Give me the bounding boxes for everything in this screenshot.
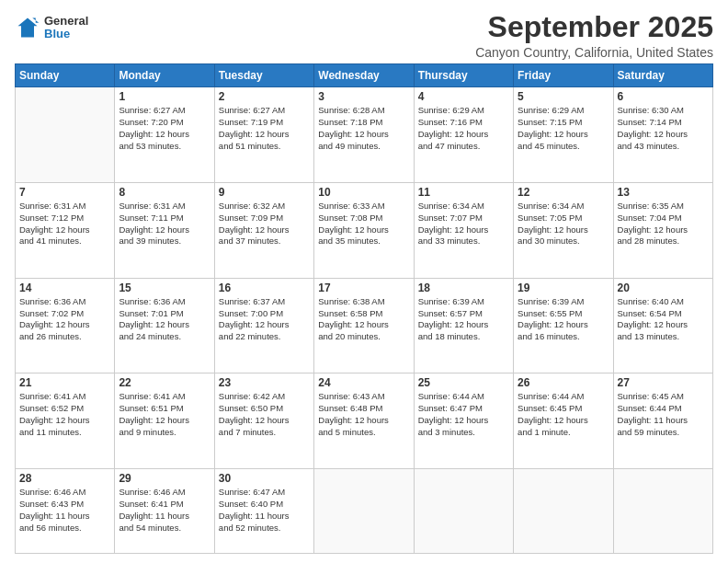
calendar-cell: 15Sunrise: 6:36 AM Sunset: 7:01 PM Dayli…: [115, 278, 214, 373]
day-info: Sunrise: 6:36 AM Sunset: 7:01 PM Dayligh…: [119, 296, 210, 343]
calendar-cell: 12Sunrise: 6:34 AM Sunset: 7:05 PM Dayli…: [514, 182, 613, 278]
day-info: Sunrise: 6:27 AM Sunset: 7:19 PM Dayligh…: [219, 105, 310, 152]
day-info: Sunrise: 6:32 AM Sunset: 7:09 PM Dayligh…: [219, 201, 310, 247]
logo-text: General Blue: [44, 15, 88, 41]
day-number: 21: [19, 376, 110, 389]
day-info: Sunrise: 6:34 AM Sunset: 7:07 PM Dayligh…: [418, 201, 509, 247]
day-number: 29: [119, 472, 210, 485]
day-number: 7: [19, 186, 110, 199]
day-number: 22: [119, 376, 210, 389]
title-block: September 2025 Canyon Country, Californi…: [475, 11, 713, 60]
day-info: Sunrise: 6:27 AM Sunset: 7:20 PM Dayligh…: [119, 105, 210, 152]
calendar-cell: 24Sunrise: 6:43 AM Sunset: 6:48 PM Dayli…: [314, 373, 414, 469]
day-number: 20: [618, 282, 709, 294]
day-info: Sunrise: 6:28 AM Sunset: 7:18 PM Dayligh…: [318, 105, 409, 152]
calendar-cell: [314, 469, 414, 554]
day-number: 3: [318, 90, 409, 103]
day-info: Sunrise: 6:43 AM Sunset: 6:48 PM Dayligh…: [318, 391, 409, 438]
day-info: Sunrise: 6:44 AM Sunset: 6:45 PM Dayligh…: [518, 391, 609, 438]
day-info: Sunrise: 6:42 AM Sunset: 6:50 PM Dayligh…: [219, 391, 310, 438]
day-info: Sunrise: 6:34 AM Sunset: 7:05 PM Dayligh…: [518, 201, 609, 247]
day-info: Sunrise: 6:39 AM Sunset: 6:57 PM Dayligh…: [418, 296, 509, 343]
calendar-cell: 27Sunrise: 6:45 AM Sunset: 6:44 PM Dayli…: [613, 373, 712, 469]
day-info: Sunrise: 6:41 AM Sunset: 6:52 PM Dayligh…: [19, 391, 110, 438]
calendar-cell: 22Sunrise: 6:41 AM Sunset: 6:51 PM Dayli…: [115, 373, 214, 469]
page: General Blue September 2025 Canyon Count…: [0, 0, 728, 563]
day-number: 10: [318, 186, 409, 199]
calendar-cell: 1Sunrise: 6:27 AM Sunset: 7:20 PM Daylig…: [115, 87, 214, 183]
day-info: Sunrise: 6:38 AM Sunset: 6:58 PM Dayligh…: [318, 296, 409, 343]
calendar-cell: [16, 87, 115, 183]
day-info: Sunrise: 6:31 AM Sunset: 7:12 PM Dayligh…: [19, 201, 110, 247]
day-number: 25: [418, 376, 509, 389]
day-number: 24: [318, 376, 409, 389]
day-info: Sunrise: 6:37 AM Sunset: 7:00 PM Dayligh…: [219, 296, 310, 343]
day-number: 26: [518, 376, 609, 389]
calendar-week-row-0: 1Sunrise: 6:27 AM Sunset: 7:20 PM Daylig…: [16, 87, 713, 183]
header-sunday: Sunday: [16, 64, 115, 87]
day-info: Sunrise: 6:31 AM Sunset: 7:11 PM Dayligh…: [119, 201, 210, 247]
header-thursday: Thursday: [414, 64, 513, 87]
calendar-cell: 20Sunrise: 6:40 AM Sunset: 6:54 PM Dayli…: [613, 278, 712, 373]
day-number: 4: [418, 90, 509, 103]
calendar-cell: [613, 469, 712, 554]
calendar-cell: 21Sunrise: 6:41 AM Sunset: 6:52 PM Dayli…: [16, 373, 115, 469]
calendar-cell: 23Sunrise: 6:42 AM Sunset: 6:50 PM Dayli…: [214, 373, 313, 469]
calendar-cell: [514, 469, 613, 554]
day-number: 16: [219, 282, 310, 294]
header-saturday: Saturday: [613, 64, 712, 87]
calendar-cell: 19Sunrise: 6:39 AM Sunset: 6:55 PM Dayli…: [514, 278, 613, 373]
calendar-cell: 29Sunrise: 6:46 AM Sunset: 6:41 PM Dayli…: [115, 469, 214, 554]
calendar-cell: 26Sunrise: 6:44 AM Sunset: 6:45 PM Dayli…: [514, 373, 613, 469]
day-info: Sunrise: 6:39 AM Sunset: 6:55 PM Dayligh…: [518, 296, 609, 343]
calendar-cell: 18Sunrise: 6:39 AM Sunset: 6:57 PM Dayli…: [414, 278, 513, 373]
header-monday: Monday: [115, 64, 214, 87]
calendar-cell: 7Sunrise: 6:31 AM Sunset: 7:12 PM Daylig…: [16, 182, 115, 278]
day-number: 1: [119, 90, 210, 103]
calendar-cell: 8Sunrise: 6:31 AM Sunset: 7:11 PM Daylig…: [115, 182, 214, 278]
day-number: 23: [219, 376, 310, 389]
location: Canyon Country, California, United State…: [475, 45, 713, 60]
day-info: Sunrise: 6:46 AM Sunset: 6:41 PM Dayligh…: [119, 487, 210, 534]
calendar-cell: 3Sunrise: 6:28 AM Sunset: 7:18 PM Daylig…: [314, 87, 414, 183]
day-number: 2: [219, 90, 310, 103]
calendar-cell: 16Sunrise: 6:37 AM Sunset: 7:00 PM Dayli…: [214, 278, 313, 373]
day-number: 5: [518, 90, 609, 103]
day-info: Sunrise: 6:35 AM Sunset: 7:04 PM Dayligh…: [618, 201, 709, 247]
calendar-week-row-3: 21Sunrise: 6:41 AM Sunset: 6:52 PM Dayli…: [16, 373, 713, 469]
calendar-week-row-4: 28Sunrise: 6:46 AM Sunset: 6:43 PM Dayli…: [16, 469, 713, 554]
day-number: 18: [418, 282, 509, 294]
day-number: 14: [19, 282, 110, 294]
day-number: 8: [119, 186, 210, 199]
day-info: Sunrise: 6:46 AM Sunset: 6:43 PM Dayligh…: [19, 487, 110, 534]
day-info: Sunrise: 6:30 AM Sunset: 7:14 PM Dayligh…: [618, 105, 709, 152]
calendar-cell: [414, 469, 513, 554]
day-info: Sunrise: 6:41 AM Sunset: 6:51 PM Dayligh…: [119, 391, 210, 438]
day-number: 27: [618, 376, 709, 389]
calendar-cell: 14Sunrise: 6:36 AM Sunset: 7:02 PM Dayli…: [16, 278, 115, 373]
calendar-cell: 10Sunrise: 6:33 AM Sunset: 7:08 PM Dayli…: [314, 182, 414, 278]
day-info: Sunrise: 6:36 AM Sunset: 7:02 PM Dayligh…: [19, 296, 110, 343]
day-number: 17: [318, 282, 409, 294]
day-info: Sunrise: 6:45 AM Sunset: 6:44 PM Dayligh…: [618, 391, 709, 438]
calendar-week-row-2: 14Sunrise: 6:36 AM Sunset: 7:02 PM Dayli…: [16, 278, 713, 373]
month-title: September 2025: [475, 11, 713, 43]
calendar-cell: 9Sunrise: 6:32 AM Sunset: 7:09 PM Daylig…: [214, 182, 313, 278]
calendar-week-row-1: 7Sunrise: 6:31 AM Sunset: 7:12 PM Daylig…: [16, 182, 713, 278]
day-number: 6: [618, 90, 709, 103]
logo-icon: [15, 15, 40, 40]
calendar-cell: 17Sunrise: 6:38 AM Sunset: 6:58 PM Dayli…: [314, 278, 414, 373]
day-number: 12: [518, 186, 609, 199]
calendar-cell: 28Sunrise: 6:46 AM Sunset: 6:43 PM Dayli…: [16, 469, 115, 554]
day-number: 13: [618, 186, 709, 199]
header-tuesday: Tuesday: [214, 64, 313, 87]
header-wednesday: Wednesday: [314, 64, 414, 87]
day-number: 28: [19, 472, 110, 485]
calendar-cell: 5Sunrise: 6:29 AM Sunset: 7:15 PM Daylig…: [514, 87, 613, 183]
day-info: Sunrise: 6:44 AM Sunset: 6:47 PM Dayligh…: [418, 391, 509, 438]
calendar-table: Sunday Monday Tuesday Wednesday Thursday…: [15, 63, 713, 554]
day-number: 30: [219, 472, 310, 485]
calendar-header-row: Sunday Monday Tuesday Wednesday Thursday…: [16, 64, 713, 87]
header: General Blue September 2025 Canyon Count…: [15, 11, 713, 60]
day-info: Sunrise: 6:33 AM Sunset: 7:08 PM Dayligh…: [318, 201, 409, 247]
